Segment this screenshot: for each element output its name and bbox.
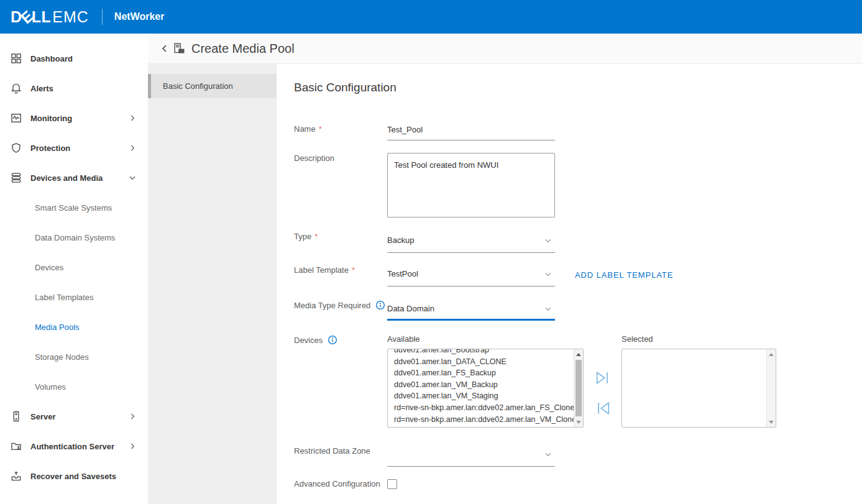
move-all-right-button[interactable] [594, 369, 612, 387]
sidebar-item-volumes[interactable]: Volumes [0, 372, 148, 401]
name-input[interactable] [387, 125, 555, 140]
sidebar-item-label: Dashboard [30, 54, 137, 63]
page-container: Create Media Pool Basic Configuration Ba… [148, 34, 862, 504]
sidebar-item-server[interactable]: Server [0, 401, 148, 431]
sidebar-item-monitoring[interactable]: Monitoring [0, 103, 148, 133]
available-device-item[interactable]: rd=nve-sn-bkp.amer.lan:ddve02.amer.lan_F… [394, 402, 572, 414]
authentication-server-icon [10, 440, 22, 452]
product-name: NetWorker [114, 11, 165, 22]
recover-upload-icon [10, 470, 22, 482]
chevron-down-icon [544, 305, 553, 313]
scroll-down-icon[interactable] [767, 418, 776, 426]
transfer-buttons [584, 334, 621, 428]
devices-label: Devices [294, 334, 387, 345]
form-panel: Basic Configuration Name* Description Te… [277, 64, 862, 504]
logo-divider [102, 9, 103, 25]
sidebar-item-label-templates[interactable]: Label Templates [0, 282, 148, 312]
media-type-required-label: Media Type Required [294, 300, 387, 310]
type-select[interactable]: Backup [387, 231, 555, 253]
scrollbar-thumb[interactable] [575, 360, 582, 416]
main-sidebar: Dashboard Alerts Monitoring Protection D… [0, 34, 148, 504]
sidebar-item-protection[interactable]: Protection [0, 133, 148, 163]
sidebar-item-devices-and-media[interactable]: Devices and Media [0, 163, 148, 193]
sidebar-item-storage-nodes[interactable]: Storage Nodes [0, 342, 148, 372]
media-pool-icon [172, 42, 186, 55]
scroll-up-icon[interactable] [574, 350, 583, 359]
scroll-up-icon[interactable] [767, 350, 776, 359]
sidebar-item-recover-and-savesets[interactable]: Recover and Savesets [0, 461, 148, 491]
sidebar-item-authentication-server[interactable]: Authentication Server [0, 431, 148, 461]
sidebar-item-label: Server [30, 412, 128, 421]
sidebar-item-label: Devices and Media [30, 173, 128, 183]
move-all-left-button[interactable] [594, 400, 612, 417]
description-label: Description [294, 153, 387, 163]
logo-emc-text: EMC [52, 8, 89, 26]
available-devices-list[interactable]: ddve01.amer.lan_Bootstrap ddve01.amer.la… [387, 349, 584, 428]
available-device-item[interactable]: ddve01.amer.lan_VM_Backup [394, 379, 572, 391]
chevron-right-icon [128, 144, 137, 152]
label-template-label: Label Template* [294, 265, 387, 275]
sidebar-item-data-domain-systems[interactable]: Data Domain Systems [0, 222, 148, 252]
sidebar-item-label: Alerts [30, 84, 137, 93]
sidebar-item-alerts[interactable]: Alerts [0, 73, 148, 103]
sidebar-subitem-label: Media Pools [35, 323, 80, 332]
available-list-scrollbar[interactable] [574, 349, 583, 427]
wizard-step-label: Basic Configuration [163, 81, 233, 91]
add-label-template-link[interactable]: ADD LABEL TEMPLATE [575, 265, 673, 280]
chevron-down-icon [128, 173, 137, 182]
sidebar-item-label: Recover and Savesets [30, 472, 137, 481]
available-device-item[interactable]: ddve01.amer.lan_VM_Staging [394, 390, 572, 402]
sidebar-item-smart-scale-systems[interactable]: Smart Scale Systems [0, 193, 148, 222]
available-device-item[interactable]: ddve01.amer.lan_DATA_CLONE [394, 356, 572, 368]
sidebar-subitem-label: Storage Nodes [35, 352, 89, 362]
chevron-right-icon [128, 412, 137, 421]
restricted-data-zone-select[interactable] [387, 446, 555, 467]
scroll-down-icon[interactable] [574, 418, 583, 426]
sidebar-item-label: Monitoring [30, 114, 128, 123]
logo-dell-text: DELL [11, 8, 51, 26]
monitoring-chart-icon [10, 112, 22, 124]
description-textarea[interactable]: Test Pool created from NWUI [387, 153, 555, 218]
back-button[interactable] [158, 42, 171, 55]
sidebar-item-dashboard[interactable]: Dashboard [0, 44, 148, 73]
wizard-step-basic-configuration[interactable]: Basic Configuration [148, 74, 277, 98]
devices-row: Devices Available ddve01.amer.lan_Bootst… [294, 334, 862, 428]
section-title: Basic Configuration [294, 81, 862, 94]
page-header: Create Media Pool [148, 34, 862, 64]
sidebar-item-label: Authentication Server [30, 442, 128, 451]
selected-devices-list[interactable] [621, 349, 776, 428]
restricted-data-zone-label: Restricted Data Zone [294, 446, 387, 456]
name-row: Name* [294, 124, 862, 140]
selected-list-header: Selected [621, 334, 776, 344]
chevron-down-icon [544, 236, 553, 245]
chevron-right-icon [128, 114, 137, 122]
sidebar-subitem-label: Data Domain Systems [35, 233, 115, 242]
sidebar-item-media-pools[interactable]: Media Pools [0, 312, 148, 342]
bell-icon [10, 82, 22, 94]
available-device-item[interactable]: ddve01.amer.lan_Bootstrap [394, 349, 572, 356]
advanced-configuration-label: Advanced Configuration [294, 479, 387, 488]
dashboard-grid-icon [10, 52, 22, 65]
storage-stack-icon [10, 172, 22, 184]
type-select-value: Backup [387, 236, 414, 245]
page-title: Create Media Pool [191, 42, 295, 56]
restricted-data-zone-row: Restricted Data Zone [294, 446, 862, 467]
sidebar-item-label: Protection [30, 144, 128, 153]
chevron-right-icon [128, 442, 137, 451]
label-template-select-value: TestPool [387, 269, 418, 278]
advanced-configuration-checkbox[interactable] [387, 479, 397, 489]
label-template-select[interactable]: TestPool [387, 265, 555, 286]
available-device-item[interactable]: rd=nve-sn-bkp.amer.lan:ddve02.amer.lan_V… [394, 414, 572, 426]
sidebar-subitem-label: Smart Scale Systems [35, 203, 112, 213]
media-type-required-row: Media Type Required Data Domain [294, 300, 862, 321]
type-label: Type* [294, 231, 387, 241]
sidebar-subitem-label: Label Templates [35, 293, 93, 302]
info-icon[interactable] [328, 335, 337, 345]
media-type-required-select[interactable]: Data Domain [387, 300, 555, 321]
top-bar: DELL EMC NetWorker [0, 0, 862, 34]
selected-list-scrollbar[interactable] [766, 349, 776, 427]
available-list-header: Available [387, 334, 584, 344]
sidebar-item-devices[interactable]: Devices [0, 252, 148, 282]
available-device-item[interactable]: ddve01.amer.lan_FS_Backup [394, 367, 572, 379]
info-icon[interactable] [375, 300, 385, 310]
